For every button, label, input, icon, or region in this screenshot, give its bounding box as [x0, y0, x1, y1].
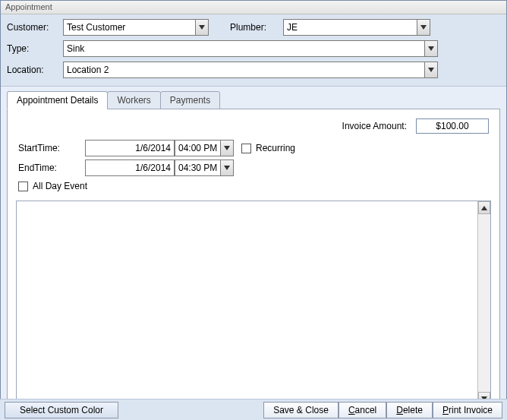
print-invoice-button[interactable]: Print Invoice: [433, 402, 502, 418]
chevron-down-icon: [224, 166, 230, 170]
scroll-track[interactable]: [478, 214, 490, 392]
cancel-button[interactable]: Cancel: [339, 402, 386, 418]
customer-input[interactable]: [63, 19, 195, 36]
chevron-up-icon: [481, 206, 487, 210]
chevron-down-icon: [199, 25, 205, 30]
invoice-amount-label: Invoice Amount:: [342, 121, 407, 131]
notes-scrollbar[interactable]: [477, 201, 490, 405]
tab-panel-details: Invoice Amount: $100.00 StartTime: Recur…: [7, 109, 500, 415]
all-day-checkbox[interactable]: [18, 182, 28, 191]
plumber-label: Plumber:: [230, 22, 283, 33]
chevron-down-icon: [224, 146, 230, 150]
end-time-combo[interactable]: [175, 159, 234, 176]
header-panel: Customer: Plumber: Type: Location:: [1, 14, 506, 87]
customer-label: Customer:: [7, 22, 63, 33]
delete-button[interactable]: Delete: [386, 402, 433, 418]
start-time-input[interactable]: [175, 140, 220, 156]
recurring-checkbox[interactable]: [241, 144, 251, 153]
type-dropdown-button[interactable]: [424, 40, 438, 57]
chevron-down-icon: [420, 25, 427, 30]
tabs-area: Appointment Details Workers Payments Inv…: [1, 87, 506, 415]
start-date-input[interactable]: [85, 140, 175, 156]
tab-strip: Appointment Details Workers Payments: [7, 91, 500, 109]
recurring-label: Recurring: [256, 143, 295, 153]
plumber-dropdown-button[interactable]: [417, 19, 430, 36]
type-combo[interactable]: [63, 40, 438, 57]
plumber-combo[interactable]: [283, 19, 430, 36]
all-day-label: All Day Event: [33, 181, 87, 191]
location-combo[interactable]: [63, 62, 438, 78]
customer-dropdown-button[interactable]: [195, 19, 209, 36]
location-input[interactable]: [63, 62, 424, 78]
footer-bar: Select Custom Color Save & Close Cancel …: [0, 399, 507, 420]
end-date-input[interactable]: [85, 159, 175, 176]
tab-appointment-details[interactable]: Appointment Details: [7, 91, 108, 109]
end-time-input[interactable]: [175, 159, 220, 176]
window-titlebar: Appointment: [1, 1, 506, 14]
chevron-down-icon: [428, 68, 434, 72]
type-label: Type:: [7, 43, 63, 54]
chevron-down-icon: [428, 46, 434, 51]
customer-combo[interactable]: [63, 19, 209, 36]
invoice-amount-value: $100.00: [416, 118, 489, 134]
tab-payments[interactable]: Payments: [160, 91, 220, 109]
end-time-dropdown-button[interactable]: [220, 159, 234, 176]
notes-container: [16, 201, 491, 406]
notes-textarea[interactable]: [17, 201, 477, 405]
save-close-button[interactable]: Save & Close: [263, 402, 339, 418]
select-custom-color-button[interactable]: Select Custom Color: [5, 402, 118, 418]
starttime-label: StartTime:: [18, 143, 85, 153]
location-dropdown-button[interactable]: [424, 62, 438, 78]
scroll-up-button[interactable]: [478, 201, 490, 214]
plumber-input[interactable]: [283, 19, 417, 36]
location-label: Location:: [7, 65, 63, 75]
tab-workers[interactable]: Workers: [107, 91, 160, 109]
start-time-dropdown-button[interactable]: [220, 140, 234, 156]
endtime-label: EndTime:: [18, 163, 85, 173]
type-input[interactable]: [63, 40, 424, 57]
window-title: Appointment: [5, 2, 52, 11]
start-time-combo[interactable]: [175, 140, 234, 156]
